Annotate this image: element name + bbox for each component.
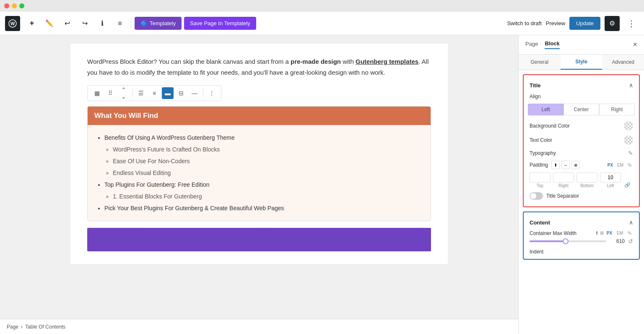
redo-icon: ↪ xyxy=(82,19,88,27)
edit-button[interactable]: ✏️ xyxy=(42,16,57,31)
slider-thumb[interactable] xyxy=(563,238,569,244)
title-section-label: Title xyxy=(530,82,541,89)
text-color-label: Text Color xyxy=(530,137,552,143)
title-separator-toggle[interactable] xyxy=(530,192,543,200)
pencil-icon: ✏️ xyxy=(45,19,54,27)
move-up-down-button[interactable]: ⌃⌄ xyxy=(118,87,130,99)
redo-button[interactable]: ↪ xyxy=(77,16,92,31)
align-full-icon: ▬ xyxy=(165,90,171,97)
padding-left-label: Left xyxy=(607,183,614,188)
title-separator-label: Title Separator xyxy=(546,193,579,199)
content-section: Content ∧ Container Max Width ⬆ ⊞ PX EM … xyxy=(523,211,640,260)
panel-close-button[interactable]: × xyxy=(633,40,637,49)
align-field-row: Align xyxy=(528,91,635,102)
container-icon-1[interactable]: ⬆ xyxy=(595,230,599,236)
list-view-button[interactable]: ⊟ xyxy=(175,87,187,99)
content-chevron-up-icon: ∧ xyxy=(629,219,633,226)
padding-top-group: Top xyxy=(530,172,551,188)
more-options-button[interactable]: ⋮ xyxy=(624,16,639,31)
plus-icon: + xyxy=(30,19,34,28)
container-unit-pct[interactable]: % xyxy=(626,230,633,236)
toc-title: What You Will Find xyxy=(94,112,158,120)
minimize-window-btn[interactable] xyxy=(12,3,17,8)
tab-style[interactable]: Style xyxy=(561,55,602,70)
list-item: Benefits Of Using A WordPress Gutenberg … xyxy=(104,132,422,144)
add-block-button[interactable]: + xyxy=(24,16,39,31)
align-left-button[interactable]: ☰ xyxy=(135,87,147,99)
more-block-options-button[interactable]: ⋮ xyxy=(206,87,218,99)
align-right-button[interactable]: Right xyxy=(599,104,635,115)
title-section: Title ∧ Align Left Center Right Backgrou… xyxy=(523,74,640,207)
text-color-row: Text Color xyxy=(528,133,635,147)
purple-bar xyxy=(87,228,431,251)
minus-icon: — xyxy=(192,90,197,97)
align-full-button[interactable]: ▬ xyxy=(162,87,174,99)
align-left-button[interactable]: Left xyxy=(528,104,564,115)
padding-top-input[interactable] xyxy=(530,172,551,183)
container-icon-2[interactable]: ⊞ xyxy=(600,230,604,236)
container-unit-px[interactable]: PX xyxy=(605,230,614,236)
update-button[interactable]: Update xyxy=(569,17,600,30)
unit-em[interactable]: EM xyxy=(615,162,625,168)
unit-px[interactable]: PX xyxy=(606,162,615,168)
block-toolbar: ▦ ⠿ ⌃⌄ ☰ ≡ ▬ ⊟ — xyxy=(87,85,221,101)
editor-canvas[interactable]: WordPress Block Editor? You can skip the… xyxy=(70,44,448,264)
link-padding-icon[interactable]: 🔗 xyxy=(624,182,631,188)
padding-row: Padding ⬆ ↔ ⊕ PX EM % xyxy=(528,159,635,171)
tab-page[interactable]: Page xyxy=(525,41,538,49)
bg-color-swatch[interactable] xyxy=(624,121,633,130)
container-unit-em[interactable]: EM xyxy=(615,230,625,236)
padding-left-group: Left xyxy=(600,172,621,188)
padding-bottom-input[interactable] xyxy=(576,172,597,183)
tab-general[interactable]: General xyxy=(519,55,561,70)
switch-draft-button[interactable]: Switch to draft xyxy=(507,20,541,26)
gear-icon: ⚙ xyxy=(609,19,615,27)
preview-button[interactable]: Preview xyxy=(546,20,565,26)
text-color-swatch[interactable] xyxy=(624,136,633,145)
unit-pct[interactable]: % xyxy=(626,162,633,168)
container-slider[interactable] xyxy=(530,240,606,242)
align-center-button[interactable]: ≡ xyxy=(148,87,160,99)
typography-label: Typography xyxy=(530,150,556,156)
align-center-icon: ≡ xyxy=(153,90,156,97)
ellipsis-icon: ⋮ xyxy=(627,19,636,28)
align-center-button[interactable]: Center xyxy=(564,104,599,115)
minus-button[interactable]: — xyxy=(189,87,200,99)
padding-right-group: Right xyxy=(553,172,574,188)
indent-label: Indent xyxy=(528,246,635,255)
padding-link-icon-button[interactable]: ⊕ xyxy=(571,161,580,169)
padding-bottom-label: Bottom xyxy=(580,183,594,188)
typography-row: Typography ✎ xyxy=(528,147,635,159)
templately-icon: 🔷 xyxy=(140,20,147,26)
tab-advanced[interactable]: Advanced xyxy=(602,55,644,70)
container-max-width-label: Container Max Width xyxy=(530,230,576,236)
list-item: Top Plugins For Gutenberg: Free Edition xyxy=(104,179,422,190)
list-item: Pick Your Best Plugins For Gutenberg & C… xyxy=(104,202,422,214)
toc-block[interactable]: What You Will Find Benefits Of Using A W… xyxy=(87,106,431,221)
title-section-header[interactable]: Title ∧ xyxy=(528,79,635,91)
chevron-up-icon: ∧ xyxy=(629,82,633,89)
tab-block[interactable]: Block xyxy=(545,40,559,49)
list-view-button[interactable]: ≡ xyxy=(112,16,127,31)
container-max-width-row: Container Max Width ⬆ ⊞ PX EM % 610 ↺ xyxy=(528,228,635,246)
undo-button[interactable]: ↩ xyxy=(60,16,75,31)
info-button[interactable]: ℹ xyxy=(95,16,110,31)
save-templately-button[interactable]: Save Page In Templately xyxy=(184,17,256,30)
toolbar-divider xyxy=(132,89,132,97)
content-section-header[interactable]: Content ∧ xyxy=(528,217,635,228)
padding-sides-icon-button[interactable]: ↔ xyxy=(561,161,570,169)
padding-top-icon-button[interactable]: ⬆ xyxy=(551,161,560,169)
edit-typography-icon[interactable]: ✎ xyxy=(628,150,633,157)
padding-right-input[interactable] xyxy=(553,172,574,183)
settings-button[interactable]: ⚙ xyxy=(605,16,620,31)
list-item: Ease Of Use For Non-Coders xyxy=(113,155,422,167)
toolbar-right: Switch to draft Preview Update ⚙ ⋮ xyxy=(507,16,639,31)
templately-button[interactable]: 🔷 Templately xyxy=(135,17,182,30)
editor-paragraph: WordPress Block Editor? You can skip the… xyxy=(87,56,431,78)
reset-button[interactable]: ↺ xyxy=(628,238,633,245)
padding-left-input[interactable] xyxy=(600,172,621,183)
block-type-button[interactable]: ▦ xyxy=(91,87,103,99)
close-window-btn[interactable] xyxy=(4,3,9,8)
drag-handle-button[interactable]: ⠿ xyxy=(104,87,116,99)
maximize-window-btn[interactable] xyxy=(19,3,24,8)
